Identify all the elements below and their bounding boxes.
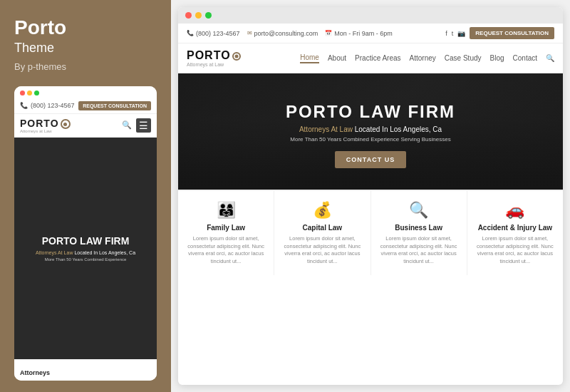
nav-link-home[interactable]: Home [300, 53, 319, 63]
left-panel: Porto Theme By p-themes 📞 (800) 123-4567… [0, 0, 171, 392]
site-logo: PORTO Attorneys at Law [187, 49, 241, 67]
topbar-phone-number: (800) 123-4567 [196, 30, 240, 37]
business-law-text: Lorem ipsum dolor sit amet, consectetur … [378, 235, 460, 265]
site-hero: PORTO LAW FIRM Attorneys At Law Located … [178, 73, 563, 190]
site-topbar-left: 📞 (800) 123-4567 ✉ porto@consulting.com … [187, 30, 393, 37]
mobile-hero: PORTO LAW FIRM Attorneys At Law Located … [14, 138, 157, 359]
topbar-phone-icon: 📞 [187, 30, 194, 36]
mobile-hero-sub: Attorneys At Law Located In Los Angeles,… [36, 250, 135, 255]
mobile-phone-number: (800) 123-4567 [31, 102, 75, 109]
mobile-header-bar: 📞 (800) 123-4567 REQUEST CONSULTATION [14, 98, 157, 114]
site-logo-circle [232, 52, 241, 61]
business-law-title: Business Law [378, 224, 460, 232]
topbar-email-icon: ✉ [247, 30, 252, 36]
hero-title: PORTO LAW FIRM [286, 102, 455, 122]
browser-chrome [178, 7, 563, 24]
hero-content: PORTO LAW FIRM Attorneys At Law Located … [286, 102, 455, 168]
site-nav-links: Home About Practice Areas Attorney Case … [300, 53, 554, 63]
nav-link-attorney[interactable]: Attorney [410, 54, 436, 62]
topbar-clock-icon: 📅 [325, 30, 332, 36]
service-card-business: 🔍 Business Law Lorem ipsum dolor sit ame… [371, 191, 467, 275]
mobile-hero-desc: More Than 50 Years Combined Experience [45, 257, 127, 262]
capital-law-text: Lorem ipsum dolor sit amet, consectetur … [281, 235, 363, 265]
hero-cta-button[interactable]: CONTACT US [335, 151, 406, 168]
service-card-family: 👨‍👩‍👧 Family Law Lorem ipsum dolor sit a… [178, 191, 274, 275]
nav-link-case-study[interactable]: Case Study [445, 54, 482, 62]
topbar-email: ✉ porto@consulting.com [247, 30, 318, 37]
service-card-accident: 🚗 Accident & Injury Law Lorem ipsum dolo… [467, 191, 563, 275]
hero-description: More Than 50 Years Combined Experience S… [286, 136, 455, 143]
mobile-icons-row: 🔍 ☰ [122, 118, 151, 133]
facebook-icon[interactable]: f [445, 30, 447, 37]
brand-subtitle: Theme [14, 41, 157, 56]
mobile-window-dots [20, 91, 39, 96]
site-top-bar: 📞 (800) 123-4567 ✉ porto@consulting.com … [178, 24, 563, 43]
site-topbar-right: f t 📷 REQUEST CONSULTATION [445, 27, 554, 39]
brand-title: Porto [14, 17, 157, 39]
mobile-logo-circle [61, 119, 71, 129]
by-line: By p-themes [14, 61, 157, 72]
site-logo-text: PORTO [187, 49, 241, 62]
mobile-logo-text: PORTO [20, 118, 71, 129]
accident-law-icon: 🚗 [475, 201, 556, 220]
mobile-dot-red [20, 91, 25, 96]
nav-search-icon[interactable]: 🔍 [546, 54, 554, 62]
mobile-mockup: 📞 (800) 123-4567 REQUEST CONSULTATION PO… [14, 86, 157, 381]
capital-law-title: Capital Law [281, 224, 363, 232]
hero-subtitle: Attorneys At Law Located In Los Angeles,… [286, 125, 455, 133]
twitter-icon[interactable]: t [452, 30, 454, 37]
hero-location: Located In Los Angeles, Ca [355, 125, 442, 133]
nav-link-about[interactable]: About [328, 54, 346, 62]
service-card-capital: 💰 Capital Law Lorem ipsum dolor sit amet… [274, 191, 370, 275]
mobile-logo: PORTO Attorneys at Law [20, 118, 71, 133]
mobile-attorneys-section: Attorneys [14, 359, 157, 381]
mobile-top-bar [14, 86, 157, 98]
browser-window: 📞 (800) 123-4567 ✉ porto@consulting.com … [178, 7, 563, 385]
services-row: 👨‍👩‍👧 Family Law Lorem ipsum dolor sit a… [178, 190, 563, 275]
mobile-dot-green [34, 91, 39, 96]
mobile-hero-title: PORTO LAW FIRM [42, 235, 130, 247]
mobile-logo-sub: Attorneys at Law [20, 129, 71, 133]
mobile-dot-yellow [27, 91, 32, 96]
topbar-email-address: porto@consulting.com [254, 30, 318, 37]
family-law-text: Lorem ipsum dolor sit amet, consectetur … [185, 235, 266, 265]
family-law-title: Family Law [185, 224, 266, 232]
mobile-phone-row: 📞 (800) 123-4567 [20, 102, 75, 109]
browser-dot-green [205, 12, 212, 19]
accident-law-title: Accident & Injury Law [475, 224, 556, 232]
capital-law-icon: 💰 [281, 201, 363, 220]
topbar-hours-text: Mon - Fri 9am - 6pm [334, 30, 393, 37]
topbar-phone: 📞 (800) 123-4567 [187, 30, 240, 37]
site-logo-sub: Attorneys at Law [187, 62, 241, 67]
right-panel: 📞 (800) 123-4567 ✉ porto@consulting.com … [171, 0, 570, 392]
hero-attorneys-label: Attorneys At Law [299, 125, 353, 133]
family-law-icon: 👨‍👩‍👧 [185, 201, 266, 220]
mobile-attorneys-label: Attorneys [20, 369, 50, 376]
consult-button[interactable]: REQUEST CONSULTATION [470, 27, 554, 39]
mobile-search-icon[interactable]: 🔍 [122, 120, 132, 130]
mobile-consult-button[interactable]: REQUEST CONSULTATION [78, 101, 151, 110]
topbar-hours: 📅 Mon - Fri 9am - 6pm [325, 30, 393, 37]
browser-dot-yellow [195, 12, 202, 19]
nav-link-contact[interactable]: Contact [513, 54, 537, 62]
browser-dot-red [185, 12, 192, 19]
instagram-icon[interactable]: 📷 [457, 30, 465, 37]
mobile-logo-bar: PORTO Attorneys at Law 🔍 ☰ [14, 114, 157, 138]
business-law-icon: 🔍 [378, 201, 460, 220]
site-nav-bar: PORTO Attorneys at Law Home About Practi… [178, 43, 563, 73]
phone-icon: 📞 [20, 102, 28, 109]
nav-link-blog[interactable]: Blog [490, 54, 504, 62]
mobile-menu-icon[interactable]: ☰ [136, 118, 151, 133]
accident-law-text: Lorem ipsum dolor sit amet, consectetur … [475, 235, 556, 265]
nav-link-practice-areas[interactable]: Practice Areas [355, 54, 400, 62]
